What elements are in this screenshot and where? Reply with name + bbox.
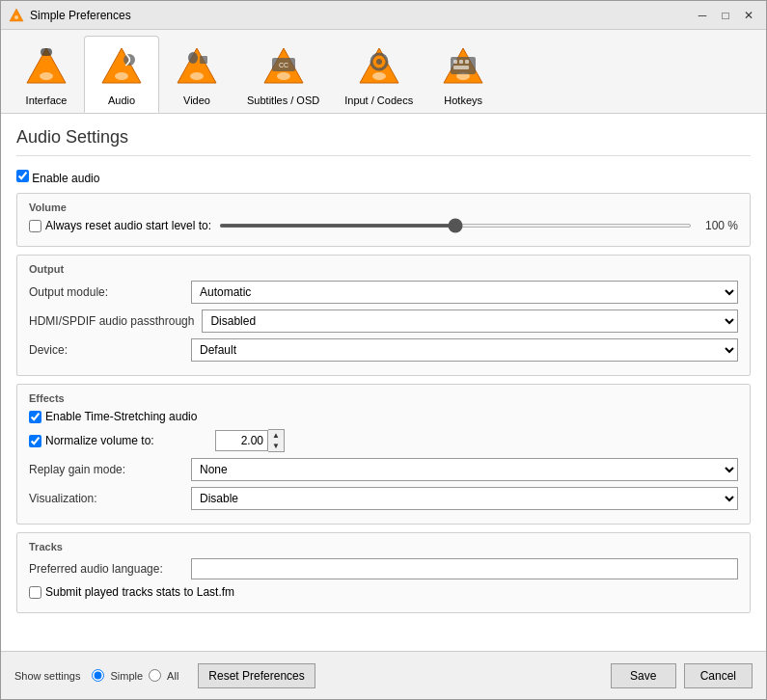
spinbox-down-button[interactable]: ▼ [268, 441, 284, 451]
normalize-row: Normalize volume to: ▲ ▼ [29, 429, 738, 452]
volume-section: Volume Always reset audio start level to… [16, 193, 751, 247]
nav-item-audio[interactable]: Audio [84, 36, 159, 113]
preferred-lang-input[interactable] [191, 558, 738, 579]
output-module-label: Output module: [29, 285, 183, 299]
svg-point-3 [40, 72, 53, 80]
video-icon [172, 42, 222, 93]
nav-item-subtitles[interactable]: CC Subtitles / OSD [234, 36, 332, 113]
svg-point-17 [372, 72, 386, 80]
tracks-section: Tracks Preferred audio language: Submit … [16, 532, 751, 613]
svg-point-10 [188, 52, 198, 64]
svg-rect-24 [459, 60, 463, 64]
svg-marker-0 [10, 9, 23, 21]
app-icon [9, 8, 24, 23]
enable-audio-row: Enable audio [16, 170, 751, 185]
visualization-label: Visualization: [29, 492, 183, 505]
output-section-label: Output [29, 263, 738, 275]
spinbox-buttons: ▲ ▼ [268, 429, 285, 452]
nav-item-input[interactable]: Input / Codecs [332, 36, 425, 113]
bottom-bar: Show settings Simple All Reset Preferenc… [1, 651, 766, 699]
effects-section: Effects Enable Time-Stretching audio Nor… [16, 384, 751, 525]
nav-item-interface[interactable]: Interface [9, 36, 84, 113]
volume-section-label: Volume [29, 202, 738, 213]
hdmi-row: HDMI/SPDIF audio passthrough Disabled En… [29, 310, 738, 333]
enable-audio-checkbox[interactable] [16, 170, 29, 182]
simple-radio[interactable] [92, 669, 104, 682]
device-select[interactable]: Default [191, 338, 738, 362]
time-stretching-label[interactable]: Enable Time-Stretching audio [29, 410, 197, 423]
title-bar: Simple Preferences ─ □ ✕ [1, 1, 766, 30]
nav-item-hotkeys[interactable]: Hotkeys [425, 36, 501, 113]
radio-group: Simple All [92, 669, 178, 682]
hotkeys-icon [438, 42, 488, 93]
svg-text:CC: CC [279, 62, 288, 68]
page-title: Audio Settings [16, 127, 751, 156]
device-label: Device: [29, 343, 183, 357]
cancel-button[interactable]: Cancel [684, 663, 753, 688]
video-label: Video [183, 94, 210, 106]
output-module-select[interactable]: Automatic DirectSound WaveOut OpenAL Pul… [191, 281, 738, 304]
svg-point-19 [376, 59, 382, 65]
maximize-button[interactable]: □ [716, 6, 735, 25]
interface-label: Interface [26, 94, 68, 106]
always-reset-checkbox[interactable] [29, 220, 41, 232]
interface-icon [21, 42, 71, 93]
volume-slider[interactable] [219, 224, 692, 228]
normalize-checkbox[interactable] [29, 435, 41, 447]
time-stretching-checkbox[interactable] [29, 411, 41, 423]
all-radio[interactable] [149, 669, 161, 682]
visualization-select[interactable]: Disable Spectrum Spectrometer Vuemeter G… [191, 487, 738, 510]
svg-point-1 [14, 15, 18, 19]
nav-bar: Interface Audio [1, 30, 766, 114]
submit-stats-label[interactable]: Submit played tracks stats to Last.fm [29, 585, 234, 599]
submit-stats-checkbox[interactable] [29, 586, 41, 599]
input-icon [354, 42, 404, 93]
bottom-actions: Save Cancel [611, 663, 753, 688]
effects-section-label: Effects [29, 392, 738, 404]
normalize-spinbox: ▲ ▼ [215, 429, 285, 452]
tracks-section-label: Tracks [29, 541, 738, 552]
save-button[interactable]: Save [611, 663, 676, 688]
volume-slider-row: Always reset audio start level to: 100 % [29, 219, 738, 232]
input-label: Input / Codecs [344, 94, 413, 106]
nav-item-video[interactable]: Video [159, 36, 234, 113]
show-settings-label: Show settings [14, 670, 80, 682]
visualization-row: Visualization: Disable Spectrum Spectrom… [29, 487, 738, 510]
audio-icon [96, 42, 147, 93]
window-controls: ─ □ ✕ [693, 6, 758, 25]
replay-gain-select[interactable]: None Track Album [191, 458, 738, 481]
subtitles-label: Subtitles / OSD [247, 94, 319, 106]
time-stretching-row: Enable Time-Stretching audio [29, 410, 738, 423]
normalize-value-input[interactable] [215, 430, 268, 451]
svg-rect-4 [41, 48, 52, 56]
minimize-button[interactable]: ─ [693, 6, 712, 25]
hdmi-label: HDMI/SPDIF audio passthrough [29, 314, 194, 328]
audio-label: Audio [108, 94, 135, 106]
output-section: Output Output module: Automatic DirectSo… [16, 255, 751, 376]
hdmi-select[interactable]: Disabled Enabled [202, 310, 738, 333]
window-title: Simple Preferences [30, 9, 693, 22]
simple-radio-label: Simple [110, 670, 143, 682]
device-row: Device: Default [29, 338, 738, 362]
enable-audio-label[interactable]: Enable audio [16, 172, 99, 185]
volume-value: 100 % [699, 219, 738, 232]
normalize-label[interactable]: Normalize volume to: [29, 434, 207, 447]
svg-point-9 [190, 72, 204, 80]
replay-gain-label: Replay gain mode: [29, 463, 183, 476]
reset-preferences-button[interactable]: Reset Preferences [198, 663, 315, 688]
subtitles-icon: CC [259, 42, 309, 93]
svg-rect-26 [453, 66, 469, 69]
close-button[interactable]: ✕ [739, 6, 758, 25]
spinbox-up-button[interactable]: ▲ [268, 430, 284, 441]
svg-point-6 [115, 72, 128, 80]
preferred-lang-row: Preferred audio language: [29, 558, 738, 579]
show-settings-group: Show settings Simple All Reset Preferenc… [14, 663, 611, 688]
submit-stats-row: Submit played tracks stats to Last.fm [29, 585, 738, 599]
svg-rect-25 [465, 60, 469, 64]
svg-point-13 [277, 72, 290, 80]
all-radio-label: All [167, 670, 178, 682]
main-window: Simple Preferences ─ □ ✕ Interface [0, 0, 767, 700]
content-area: Audio Settings Enable audio Volume Alway… [1, 114, 766, 651]
hotkeys-label: Hotkeys [444, 94, 482, 106]
output-module-row: Output module: Automatic DirectSound Wav… [29, 281, 738, 304]
